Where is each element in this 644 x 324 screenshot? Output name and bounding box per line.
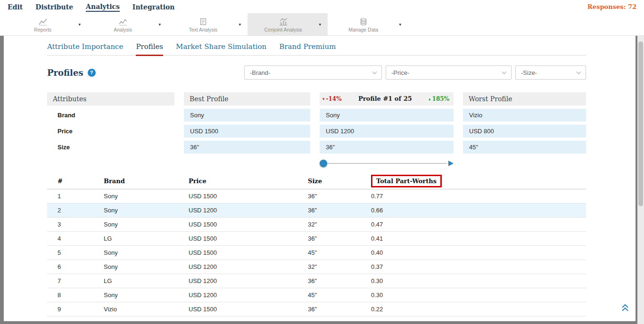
table-cell: 32" (297, 260, 361, 274)
page-background: Attribute ImportanceProfilesMarket Share… (0, 36, 644, 324)
table-cell: USD 1200 (178, 288, 297, 302)
chevron-down-icon[interactable]: ▾ (78, 22, 87, 27)
current-profile-column: ▾-14% Profile #1 of 25 ▴185% SonyUSD 120… (320, 92, 454, 168)
chevron-down-icon[interactable]: ▾ (399, 22, 408, 27)
slider-handle[interactable] (320, 160, 327, 167)
filter-size-dropdown[interactable]: -Size- (515, 65, 586, 80)
table-cell: 1 (47, 189, 93, 203)
table-row[interactable]: 8SonyUSD 120045"0.30 (47, 288, 586, 302)
tab-profiles[interactable]: Profiles (136, 42, 163, 56)
part-worths-table: #BrandPriceSizeTotal Part-Worths 1SonyUS… (47, 173, 586, 321)
table-cell: USD 1200 (178, 274, 297, 288)
table-cell: 7 (47, 274, 93, 288)
analytics-toolbar: Reports▾Analysis▾Text Analysis▾Conjoint … (0, 13, 644, 36)
table-cell: USD 1500 (178, 189, 297, 203)
table-row[interactable]: 3SonyUSD 150032"0.47 (47, 218, 586, 232)
help-icon[interactable]: ? (88, 69, 96, 77)
toolbar-label: Manage Data (348, 27, 378, 32)
table-cell: 0.66 (361, 203, 586, 218)
table-row[interactable]: 10SonyUSD 80036"0.14 (47, 316, 586, 322)
line-chart-icon (38, 17, 48, 26)
table-cell: 36" (297, 316, 361, 322)
table-cell: 3 (47, 218, 93, 232)
toolbar-conjoint-analysis[interactable]: Conjoint Analysis▾ (248, 13, 328, 35)
attributes-column: Attributes BrandPriceSize (47, 92, 174, 168)
attribute-label: Brand (47, 109, 174, 122)
table-cell: Sony (93, 189, 178, 203)
toolbar-label: Reports (34, 27, 51, 32)
table-cell: 0.30 (361, 274, 586, 288)
responses-count: Responses: 72 (587, 3, 636, 10)
title-row: Profiles ? -Brand--Price--Size- (47, 65, 586, 80)
scrollbar-thumb[interactable] (638, 41, 643, 206)
nav-distribute[interactable]: Distribute (35, 2, 73, 11)
table-cell: LG (93, 232, 178, 246)
best-profile-value: USD 1500 (184, 125, 310, 138)
table-cell: USD 1500 (178, 246, 297, 260)
table-row[interactable]: 9VizioUSD 150036"0.22 (47, 302, 586, 316)
best-profile-column: Best Profile SonyUSD 150036" (184, 92, 310, 168)
slider-track[interactable] (321, 163, 447, 164)
scroll-to-top-icon[interactable] (620, 304, 630, 314)
attribute-label: Price (47, 125, 174, 138)
table-cell: Vizio (93, 302, 178, 316)
percent-down-badge: ▾-14% (322, 92, 342, 105)
slider-end-arrow-icon[interactable] (448, 161, 454, 166)
current-profile-title: Profile #1 of 25 (358, 92, 412, 105)
table-cell: 36" (297, 232, 361, 246)
filter-value: -Brand- (250, 69, 270, 76)
toolbar-analysis[interactable]: Analysis▾ (87, 13, 167, 35)
worst-profile-column: Worst Profile VizioUSD 80045" (463, 92, 586, 168)
nav-integration[interactable]: Integration (132, 2, 175, 11)
table-cell: 0.47 (361, 218, 586, 232)
filter-value: -Price- (391, 69, 409, 76)
nav-edit[interactable]: Edit (8, 2, 23, 11)
table-row[interactable]: 4LGUSD 150036"0.41 (47, 232, 586, 246)
chevron-down-icon[interactable]: ▾ (158, 22, 167, 27)
table-cell: 36" (297, 274, 361, 288)
table-cell: 45" (297, 246, 361, 260)
table-cell: 0.30 (361, 288, 586, 302)
chevron-down-icon[interactable]: ▾ (319, 22, 328, 27)
table-row[interactable]: 6SonyUSD 120032"0.37 (47, 260, 586, 274)
table-cell: USD 1500 (178, 218, 297, 232)
toolbar-text-analysis[interactable]: Text Analysis▾ (167, 13, 248, 35)
text-doc-icon (199, 17, 207, 26)
table-row[interactable]: 1SonyUSD 150036"0.77 (47, 189, 586, 203)
table-cell: 4 (47, 232, 93, 246)
nav-analytics[interactable]: Analytics (86, 2, 120, 12)
worst-profile-value: 45" (463, 141, 586, 154)
table-cell: 6 (47, 260, 93, 274)
column-header-size[interactable]: Size (297, 173, 361, 189)
tab-attribute-importance[interactable]: Attribute Importance (47, 42, 123, 55)
best-profile-value: Sony (184, 109, 310, 122)
database-icon (359, 17, 368, 26)
profile-comparison: Attributes BrandPriceSize Best Profile S… (47, 92, 586, 168)
scrollbar[interactable] (637, 36, 644, 324)
toolbar-label: Text Analysis (189, 27, 217, 32)
table-cell: 0.77 (361, 189, 586, 203)
table-row[interactable]: 5SonyUSD 150045"0.40 (47, 246, 586, 260)
chevron-down-icon[interactable]: ▾ (239, 22, 248, 27)
toolbar-label: Conjoint Analysis (264, 27, 302, 32)
column-header-price[interactable]: Price (178, 173, 297, 189)
table-row[interactable]: 7LGUSD 120036"0.30 (47, 274, 586, 288)
column-header-[interactable]: # (47, 173, 93, 189)
column-header-brand[interactable]: Brand (93, 173, 178, 189)
content-panel: Attribute ImportanceProfilesMarket Share… (4, 36, 636, 321)
current-profile-value: Sony (320, 109, 454, 122)
filter-brand-dropdown[interactable]: -Brand- (244, 65, 382, 80)
current-profile-value: 36" (320, 141, 454, 154)
table-row[interactable]: 2SonyUSD 120036"0.66 (47, 203, 586, 218)
filter-value: -Size- (521, 69, 537, 76)
table-cell: Sony (93, 218, 178, 232)
tab-brand-premium[interactable]: Brand Premium (279, 42, 336, 55)
top-nav: EditDistributeAnalyticsIntegration (8, 0, 188, 13)
worst-profile-header: Worst Profile (463, 92, 586, 105)
bar-chart-icon (279, 17, 288, 26)
toolbar-manage-data[interactable]: Manage Data▾ (328, 13, 408, 35)
tab-market-share-simulation[interactable]: Market Share Simulation (176, 42, 266, 55)
filter-price-dropdown[interactable]: -Price- (386, 65, 512, 80)
column-header-total-part-worths[interactable]: Total Part-Worths (361, 173, 586, 189)
toolbar-reports[interactable]: Reports▾ (7, 13, 87, 35)
